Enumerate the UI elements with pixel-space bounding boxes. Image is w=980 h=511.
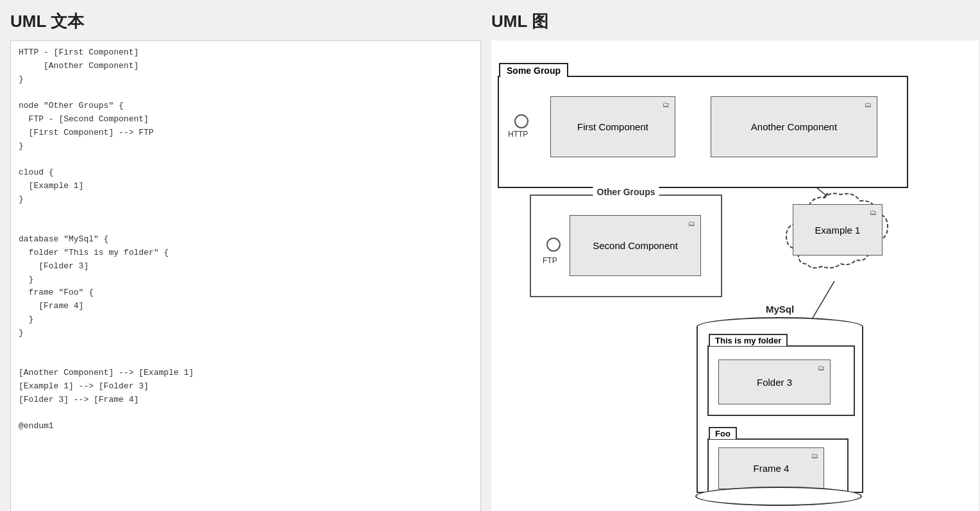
diagram-canvas: Some Group HTTP First Component 🗂 Anothe… — [491, 40, 979, 511]
component-icon-2: 🗂 — [865, 101, 872, 108]
component-icon-6: 🗂 — [811, 452, 818, 460]
left-panel-title: UML 文本 — [10, 10, 481, 33]
component-icon-4: 🗂 — [870, 209, 877, 216]
folder-box: This is my folder Folder 3 🗂 — [707, 345, 855, 416]
frame-tab: Foo — [709, 427, 737, 439]
left-panel: UML 文本 HTTP - [First Component] [Another… — [0, 0, 481, 511]
right-panel: UML 图 S — [481, 0, 980, 511]
cloud-box: Example 1 🗂 — [780, 188, 895, 272]
code-editor[interactable]: HTTP - [First Component] [Another Compon… — [10, 40, 481, 511]
http-circle — [514, 114, 528, 128]
other-groups-label: Other Groups — [593, 187, 659, 197]
component-icon-1: 🗂 — [663, 101, 670, 108]
frame4-label: Frame 4 — [754, 463, 790, 474]
component-icon-3: 🗂 — [688, 220, 695, 227]
http-label: HTTP — [508, 130, 528, 139]
db-body: This is my folder Folder 3 🗂 Foo Frame 4 — [697, 326, 863, 493]
another-component-box: Another Component 🗂 — [711, 96, 877, 157]
first-component-label: First Component — [577, 121, 648, 132]
folder3-box: Folder 3 🗂 — [718, 359, 831, 404]
database-container: MySql This is my folder Folder 3 🗂 — [690, 304, 870, 511]
example1-box: Example 1 🗂 — [793, 204, 883, 256]
folder3-label: Folder 3 — [757, 377, 792, 388]
component-icon-5: 🗂 — [818, 364, 825, 372]
first-component-box: First Component 🗂 — [550, 96, 675, 157]
right-panel-title: UML 图 — [491, 10, 970, 33]
second-component-label: Second Component — [593, 240, 678, 251]
second-component-box: Second Component 🗂 — [570, 215, 701, 276]
db-cylinder: This is my folder Folder 3 🗂 Foo Frame 4 — [697, 317, 863, 503]
another-component-label: Another Component — [751, 121, 837, 132]
mysql-label: MySql — [690, 304, 870, 315]
db-bottom-ellipse — [695, 487, 862, 506]
ftp-label: FTP — [543, 256, 557, 265]
other-groups-box: Other Groups FTP Second Component 🗂 — [530, 195, 722, 297]
some-group-box: Some Group HTTP First Component 🗂 Anothe… — [498, 76, 908, 188]
frame4-box: Frame 4 🗂 — [718, 447, 824, 489]
some-group-tab: Some Group — [499, 63, 568, 77]
ftp-circle — [546, 238, 561, 252]
example1-label: Example 1 — [815, 225, 861, 236]
folder-tab: This is my folder — [709, 334, 788, 346]
